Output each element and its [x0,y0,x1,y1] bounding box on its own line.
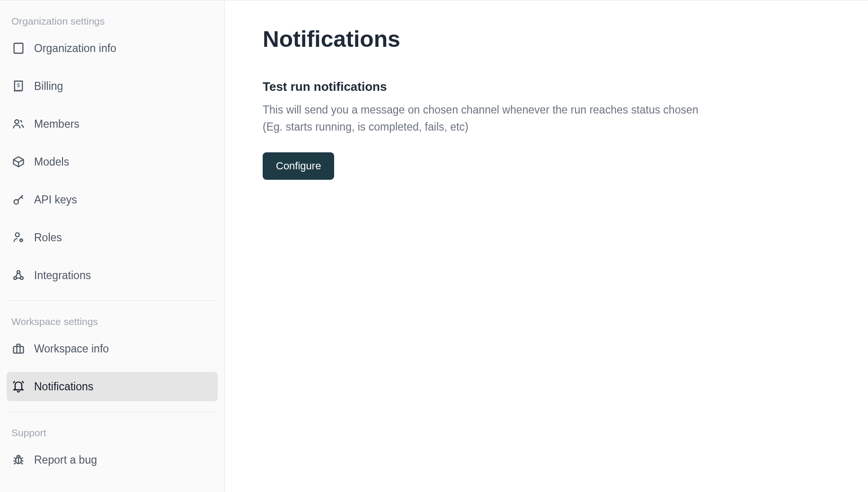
bell-icon [11,379,26,394]
svg-line-30 [14,463,16,465]
box-icon [11,155,26,169]
svg-rect-23 [14,346,24,353]
svg-point-15 [20,239,22,241]
svg-point-11 [15,120,18,123]
sidebar-section-workspace-header: Workspace settings [7,312,218,334]
sidebar-item-models[interactable]: Models [7,147,218,176]
main-content: Notifications Test run notifications Thi… [225,0,868,492]
sidebar-item-label: Members [34,118,80,131]
page-title: Notifications [263,26,830,52]
sidebar-item-report-bug[interactable]: Report a bug [7,445,218,474]
sidebar-item-label: Organization info [34,42,116,55]
sidebar-item-label: Report a bug [34,454,97,466]
sidebar-item-label: Workspace info [34,343,109,355]
sidebar-item-label: Integrations [34,269,91,282]
svg-point-13 [14,200,18,204]
sidebar-divider [7,412,218,412]
sidebar-section-support-header: Support [7,423,218,445]
users-icon [11,117,26,131]
settings-sidebar: Organization settings Organization info … [0,0,225,492]
svg-line-28 [14,457,16,458]
sidebar-item-billing[interactable]: $ Billing [7,71,218,101]
key-icon [11,193,26,207]
user-gear-icon [11,230,26,245]
sidebar-item-label: Models [34,156,69,168]
sidebar-section-org-header: Organization settings [7,12,218,34]
svg-point-20 [17,271,20,273]
configure-button[interactable]: Configure [263,152,334,180]
bug-icon [11,453,26,467]
sidebar-item-label: Notifications [34,380,93,393]
test-run-notifications-section: Test run notifications This will send yo… [263,79,830,180]
svg-line-33 [21,463,23,465]
svg-point-14 [16,233,19,237]
sidebar-item-members[interactable]: Members [7,109,218,139]
section-description: This will send you a message on chosen c… [263,102,717,135]
svg-text:$: $ [17,82,20,88]
briefcase-icon [11,342,26,356]
sidebar-item-organization-info[interactable]: Organization info [7,34,218,63]
sidebar-item-label: Roles [34,231,62,244]
building-icon [11,41,26,55]
svg-line-31 [21,457,23,458]
sidebar-item-roles[interactable]: Roles [7,223,218,252]
sidebar-item-api-keys[interactable]: API keys [7,185,218,214]
receipt-icon: $ [11,79,26,93]
sidebar-item-integrations[interactable]: Integrations [7,261,218,290]
sidebar-item-notifications[interactable]: Notifications [7,372,218,401]
sidebar-item-label: Billing [34,80,63,93]
section-heading: Test run notifications [263,79,830,94]
sidebar-divider [7,300,218,301]
sidebar-item-label: API keys [34,193,77,206]
webhook-icon [11,268,26,282]
sidebar-item-workspace-info[interactable]: Workspace info [7,334,218,363]
svg-rect-0 [14,44,23,53]
